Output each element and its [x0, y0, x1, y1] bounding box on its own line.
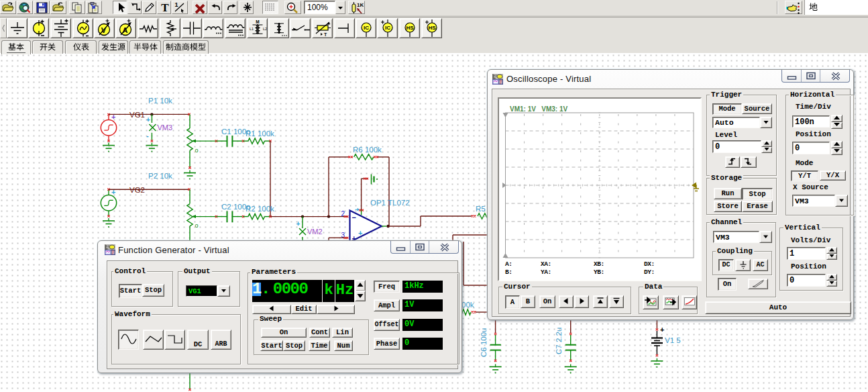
svg-text:C7 2.2u: C7 2.2u	[555, 328, 563, 354]
svg-text:P2 10k: P2 10k	[148, 172, 172, 180]
svg-text:VM3: VM3	[157, 124, 172, 132]
svg-text:-: -	[146, 132, 149, 140]
svg-text:o: o	[195, 147, 199, 154]
svg-text:R1 100k: R1 100k	[246, 130, 274, 138]
svg-text:OP1 TL072: OP1 TL072	[370, 199, 410, 207]
svg-text:HS: HS	[406, 25, 414, 31]
svg-text:R5: R5	[476, 205, 486, 213]
svg-text:C6 100u: C6 100u	[480, 328, 488, 357]
svg-text:+: +	[358, 229, 362, 237]
svg-text:V1 5: V1 5	[665, 336, 681, 344]
svg-text:IC: IC	[385, 25, 390, 31]
svg-text:T: T	[324, 32, 327, 37]
svg-text:M: M	[256, 19, 259, 24]
svg-text:1K: 1K	[357, 2, 364, 8]
svg-text:T: T	[161, 1, 169, 13]
svg-text:o: o	[195, 222, 199, 229]
svg-text:+: +	[146, 116, 150, 124]
svg-text:R6 100k: R6 100k	[353, 146, 382, 154]
svg-text:VG2: VG2	[129, 186, 145, 194]
svg-text:VM2: VM2	[307, 228, 323, 236]
svg-text:00k: 00k	[462, 301, 474, 309]
svg-text:HS: HS	[428, 25, 436, 31]
svg-text:P1 10k: P1 10k	[148, 97, 172, 105]
svg-text:L1: L1	[250, 27, 254, 31]
svg-text:L2: L2	[263, 27, 267, 31]
svg-text:1: 1	[174, 1, 178, 8]
svg-text:−: −	[352, 213, 356, 222]
svg-text:R2 100k: R2 100k	[246, 205, 274, 213]
svg-text:IC: IC	[364, 25, 369, 31]
svg-text:+: +	[296, 220, 301, 228]
svg-text:VG1: VG1	[129, 111, 145, 119]
svg-text:+: +	[660, 326, 664, 334]
